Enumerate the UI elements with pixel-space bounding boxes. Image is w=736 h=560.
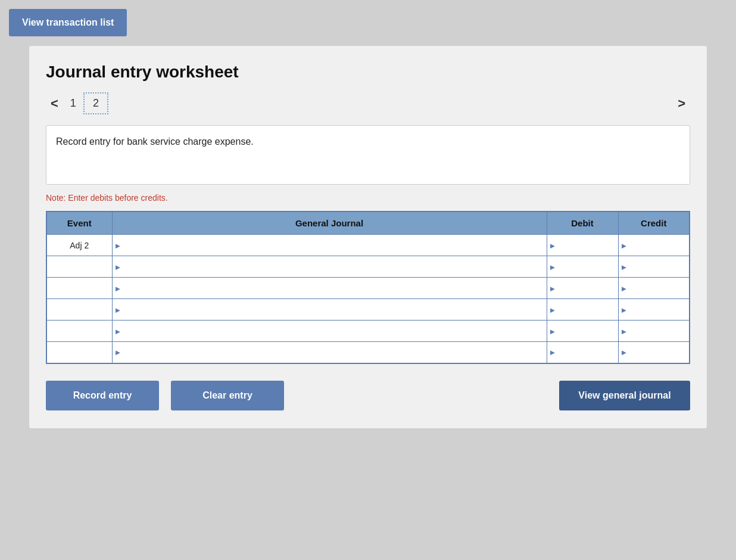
top-bar: View transaction list — [9, 9, 727, 36]
arrow-icon-6: ► — [114, 348, 122, 357]
journal-input-1[interactable] — [113, 235, 547, 256]
arrow-icon-debit-4: ► — [549, 305, 557, 314]
debit-input-1[interactable] — [547, 235, 618, 256]
arrow-icon-debit-2: ► — [549, 262, 557, 271]
view-general-journal-button[interactable]: View general journal — [559, 381, 690, 410]
debit-input-2[interactable] — [547, 256, 618, 277]
journal-table: Event General Journal Debit Credit Adj 2… — [46, 211, 690, 364]
debit-input-6[interactable] — [547, 342, 618, 363]
journal-input-4[interactable] — [113, 299, 547, 320]
event-cell-4 — [46, 299, 112, 321]
buttons-row: Record entry Clear entry View general jo… — [46, 381, 690, 410]
journal-input-3[interactable] — [113, 278, 547, 298]
journal-input-5[interactable] — [113, 321, 547, 341]
arrow-icon-credit-5: ► — [620, 326, 628, 335]
arrow-icon-credit-6: ► — [620, 348, 628, 357]
journal-input-2[interactable] — [113, 256, 547, 277]
event-cell-3 — [46, 278, 112, 299]
event-cell-2 — [46, 256, 112, 278]
instruction-box: Record entry for bank service charge exp… — [46, 125, 690, 185]
credit-cell-5[interactable]: ► — [618, 321, 690, 342]
page-1-button[interactable]: 1 — [70, 97, 76, 110]
event-cell-6 — [46, 342, 112, 363]
table-row: ► ► ► — [46, 342, 690, 363]
credit-input-1[interactable] — [619, 235, 690, 256]
table-row: Adj 2 ► ► ► — [46, 235, 690, 256]
credit-cell-2[interactable]: ► — [618, 256, 690, 278]
next-page-button[interactable]: > — [673, 94, 690, 114]
arrow-icon-debit-3: ► — [549, 284, 557, 293]
prev-page-button[interactable]: < — [46, 94, 63, 114]
debit-input-4[interactable] — [547, 299, 618, 320]
pagination-row: < 1 2 > — [46, 92, 690, 114]
debit-cell-3[interactable]: ► — [547, 278, 618, 299]
arrow-icon-1: ► — [114, 241, 122, 250]
header-debit: Debit — [547, 211, 618, 235]
credit-input-6[interactable] — [619, 342, 690, 363]
debit-input-3[interactable] — [547, 278, 618, 298]
credit-cell-6[interactable]: ► — [618, 342, 690, 363]
arrow-icon-credit-2: ► — [620, 262, 628, 271]
debit-cell-5[interactable]: ► — [547, 321, 618, 342]
arrow-icon-credit-1: ► — [620, 241, 628, 250]
arrow-icon-4: ► — [114, 305, 122, 314]
note-text: Note: Enter debits before credits. — [46, 193, 690, 203]
debit-cell-6[interactable]: ► — [547, 342, 618, 363]
table-row: ► ► ► — [46, 299, 690, 321]
credit-cell-3[interactable]: ► — [618, 278, 690, 299]
arrow-icon-2: ► — [114, 262, 122, 271]
debit-input-5[interactable] — [547, 321, 618, 341]
worksheet-container: Journal entry worksheet < 1 2 > Record e… — [29, 45, 707, 429]
arrow-icon-credit-4: ► — [620, 305, 628, 314]
debit-cell-2[interactable]: ► — [547, 256, 618, 278]
credit-cell-4[interactable]: ► — [618, 299, 690, 321]
journal-cell-3[interactable]: ► — [112, 278, 547, 299]
debit-cell-1[interactable]: ► — [547, 235, 618, 256]
journal-cell-1[interactable]: ► — [112, 235, 547, 256]
arrow-icon-debit-6: ► — [549, 348, 557, 357]
journal-cell-4[interactable]: ► — [112, 299, 547, 321]
table-row: ► ► ► — [46, 321, 690, 342]
table-row: ► ► ► — [46, 278, 690, 299]
record-entry-button[interactable]: Record entry — [46, 381, 159, 410]
credit-cell-1[interactable]: ► — [618, 235, 690, 256]
journal-cell-2[interactable]: ► — [112, 256, 547, 278]
arrow-icon-5: ► — [114, 326, 122, 335]
credit-input-3[interactable] — [619, 278, 690, 298]
event-cell-1: Adj 2 — [46, 235, 112, 256]
debit-cell-4[interactable]: ► — [547, 299, 618, 321]
credit-input-5[interactable] — [619, 321, 690, 341]
credit-input-2[interactable] — [619, 256, 690, 277]
header-credit: Credit — [618, 211, 690, 235]
header-event: Event — [46, 211, 112, 235]
arrow-icon-credit-3: ► — [620, 284, 628, 293]
journal-input-6[interactable] — [113, 342, 547, 363]
table-row: ► ► ► — [46, 256, 690, 278]
arrow-icon-debit-1: ► — [549, 241, 557, 250]
arrow-icon-3: ► — [114, 284, 122, 293]
arrow-icon-debit-5: ► — [549, 326, 557, 335]
view-transaction-button[interactable]: View transaction list — [9, 9, 127, 36]
journal-cell-5[interactable]: ► — [112, 321, 547, 342]
event-cell-5 — [46, 321, 112, 342]
worksheet-title: Journal entry worksheet — [46, 63, 690, 82]
page-2-button[interactable]: 2 — [83, 92, 108, 114]
journal-cell-6[interactable]: ► — [112, 342, 547, 363]
credit-input-4[interactable] — [619, 299, 690, 320]
clear-entry-button[interactable]: Clear entry — [171, 381, 284, 410]
header-general-journal: General Journal — [112, 211, 547, 235]
